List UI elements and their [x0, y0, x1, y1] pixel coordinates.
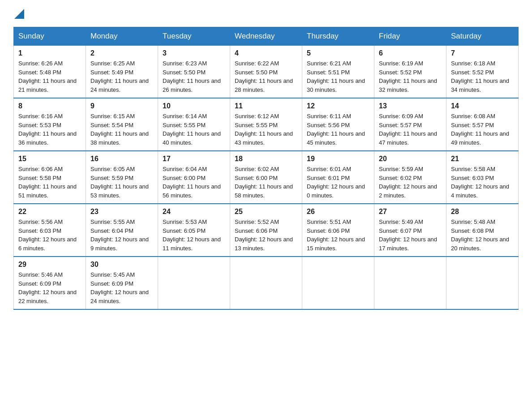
week-row-2: 8 Sunrise: 6:16 AMSunset: 5:53 PMDayligh…: [14, 98, 519, 151]
week-row-3: 15 Sunrise: 6:06 AMSunset: 5:58 PMDaylig…: [14, 151, 519, 204]
col-header-thursday: Thursday: [302, 27, 374, 46]
day-number: 1: [18, 49, 81, 57]
calendar-cell: 11 Sunrise: 6:12 AMSunset: 5:55 PMDaylig…: [230, 98, 302, 151]
calendar-cell: [302, 257, 374, 309]
day-number: 15: [18, 155, 81, 163]
day-info: Sunrise: 5:58 AMSunset: 6:03 PMDaylight:…: [451, 166, 509, 199]
day-number: 29: [18, 261, 81, 269]
day-info: Sunrise: 5:49 AMSunset: 6:07 PMDaylight:…: [379, 218, 437, 252]
calendar-body: 1 Sunrise: 6:26 AMSunset: 5:48 PMDayligh…: [14, 46, 519, 310]
calendar-cell: 29 Sunrise: 5:46 AMSunset: 6:09 PMDaylig…: [14, 257, 86, 309]
calendar-cell: 30 Sunrise: 5:45 AMSunset: 6:09 PMDaylig…: [86, 257, 158, 309]
calendar-cell: 19 Sunrise: 6:01 AMSunset: 6:01 PMDaylig…: [302, 151, 374, 204]
day-info: Sunrise: 6:04 AMSunset: 6:00 PMDaylight:…: [163, 166, 221, 199]
day-info: Sunrise: 6:12 AMSunset: 5:55 PMDaylight:…: [235, 113, 293, 146]
calendar-cell: 26 Sunrise: 5:51 AMSunset: 6:06 PMDaylig…: [302, 204, 374, 257]
day-number: 9: [90, 102, 153, 110]
day-number: 30: [90, 261, 153, 269]
day-number: 7: [451, 49, 514, 57]
day-info: Sunrise: 5:56 AMSunset: 6:03 PMDaylight:…: [18, 218, 77, 252]
day-number: 18: [235, 155, 297, 163]
day-number: 17: [163, 155, 225, 163]
calendar-cell: 9 Sunrise: 6:15 AMSunset: 5:54 PMDayligh…: [86, 98, 158, 151]
calendar-cell: 5 Sunrise: 6:21 AMSunset: 5:51 PMDayligh…: [302, 46, 374, 98]
col-header-wednesday: Wednesday: [230, 27, 302, 46]
calendar-cell: 13 Sunrise: 6:09 AMSunset: 5:57 PMDaylig…: [374, 98, 446, 151]
calendar-cell: 2 Sunrise: 6:25 AMSunset: 5:49 PMDayligh…: [86, 46, 158, 98]
col-header-friday: Friday: [374, 27, 446, 46]
calendar-header: SundayMondayTuesdayWednesdayThursdayFrid…: [14, 27, 519, 46]
calendar-cell: [230, 257, 302, 309]
logo: [13, 9, 24, 19]
calendar-cell: 15 Sunrise: 6:06 AMSunset: 5:58 PMDaylig…: [14, 151, 86, 204]
day-number: 26: [307, 208, 369, 216]
day-info: Sunrise: 5:53 AMSunset: 6:05 PMDaylight:…: [163, 218, 221, 252]
day-number: 10: [163, 102, 225, 110]
day-number: 23: [90, 208, 153, 216]
day-number: 3: [163, 49, 225, 57]
day-info: Sunrise: 6:16 AMSunset: 5:53 PMDaylight:…: [18, 113, 77, 146]
col-header-tuesday: Tuesday: [158, 27, 230, 46]
day-info: Sunrise: 6:18 AMSunset: 5:52 PMDaylight:…: [451, 60, 509, 93]
calendar-cell: 6 Sunrise: 6:19 AMSunset: 5:52 PMDayligh…: [374, 46, 446, 98]
day-info: Sunrise: 5:45 AMSunset: 6:09 PMDaylight:…: [90, 271, 149, 304]
day-number: 25: [235, 208, 297, 216]
calendar-cell: 17 Sunrise: 6:04 AMSunset: 6:00 PMDaylig…: [158, 151, 230, 204]
calendar-cell: 21 Sunrise: 5:58 AMSunset: 6:03 PMDaylig…: [446, 151, 519, 204]
day-number: 2: [90, 49, 153, 57]
day-number: 5: [307, 49, 369, 57]
day-info: Sunrise: 6:19 AMSunset: 5:52 PMDaylight:…: [379, 60, 437, 93]
day-info: Sunrise: 6:08 AMSunset: 5:57 PMDaylight:…: [451, 113, 509, 146]
calendar-cell: 7 Sunrise: 6:18 AMSunset: 5:52 PMDayligh…: [446, 46, 519, 98]
day-info: Sunrise: 6:11 AMSunset: 5:56 PMDaylight:…: [307, 113, 365, 146]
calendar-cell: 1 Sunrise: 6:26 AMSunset: 5:48 PMDayligh…: [14, 46, 86, 98]
week-row-4: 22 Sunrise: 5:56 AMSunset: 6:03 PMDaylig…: [14, 204, 519, 257]
calendar-cell: 3 Sunrise: 6:23 AMSunset: 5:50 PMDayligh…: [158, 46, 230, 98]
calendar-cell: 8 Sunrise: 6:16 AMSunset: 5:53 PMDayligh…: [14, 98, 86, 151]
calendar-cell: 12 Sunrise: 6:11 AMSunset: 5:56 PMDaylig…: [302, 98, 374, 151]
calendar-cell: 4 Sunrise: 6:22 AMSunset: 5:50 PMDayligh…: [230, 46, 302, 98]
day-number: 24: [163, 208, 225, 216]
col-header-monday: Monday: [86, 27, 158, 46]
calendar-cell: 28 Sunrise: 5:48 AMSunset: 6:08 PMDaylig…: [446, 204, 519, 257]
day-info: Sunrise: 5:59 AMSunset: 6:02 PMDaylight:…: [379, 166, 437, 199]
calendar-cell: 16 Sunrise: 6:05 AMSunset: 5:59 PMDaylig…: [86, 151, 158, 204]
day-info: Sunrise: 6:06 AMSunset: 5:58 PMDaylight:…: [18, 166, 77, 199]
day-number: 6: [379, 49, 442, 57]
calendar-cell: 25 Sunrise: 5:52 AMSunset: 6:06 PMDaylig…: [230, 204, 302, 257]
col-header-sunday: Sunday: [14, 27, 86, 46]
calendar-cell: 23 Sunrise: 5:55 AMSunset: 6:04 PMDaylig…: [86, 204, 158, 257]
calendar-cell: 24 Sunrise: 5:53 AMSunset: 6:05 PMDaylig…: [158, 204, 230, 257]
day-info: Sunrise: 6:21 AMSunset: 5:51 PMDaylight:…: [307, 60, 365, 93]
day-number: 4: [235, 49, 297, 57]
day-info: Sunrise: 5:48 AMSunset: 6:08 PMDaylight:…: [451, 218, 509, 252]
day-number: 21: [451, 155, 514, 163]
svg-marker-0: [14, 9, 24, 19]
day-number: 8: [18, 102, 81, 110]
day-info: Sunrise: 5:51 AMSunset: 6:06 PMDaylight:…: [307, 218, 365, 252]
page-header: [13, 9, 519, 19]
calendar-cell: 18 Sunrise: 6:02 AMSunset: 6:00 PMDaylig…: [230, 151, 302, 204]
day-info: Sunrise: 6:25 AMSunset: 5:49 PMDaylight:…: [90, 60, 149, 93]
day-info: Sunrise: 6:23 AMSunset: 5:50 PMDaylight:…: [163, 60, 221, 93]
day-number: 22: [18, 208, 81, 216]
calendar-table: SundayMondayTuesdayWednesdayThursdayFrid…: [13, 27, 519, 310]
logo-triangle-icon: [14, 9, 24, 19]
day-info: Sunrise: 6:01 AMSunset: 6:01 PMDaylight:…: [307, 166, 365, 199]
week-row-5: 29 Sunrise: 5:46 AMSunset: 6:09 PMDaylig…: [14, 257, 519, 309]
day-info: Sunrise: 5:46 AMSunset: 6:09 PMDaylight:…: [18, 271, 77, 304]
day-info: Sunrise: 6:26 AMSunset: 5:48 PMDaylight:…: [18, 60, 77, 93]
calendar-cell: 20 Sunrise: 5:59 AMSunset: 6:02 PMDaylig…: [374, 151, 446, 204]
week-row-1: 1 Sunrise: 6:26 AMSunset: 5:48 PMDayligh…: [14, 46, 519, 98]
calendar-cell: 22 Sunrise: 5:56 AMSunset: 6:03 PMDaylig…: [14, 204, 86, 257]
calendar-cell: [446, 257, 519, 309]
day-number: 14: [451, 102, 514, 110]
day-info: Sunrise: 6:22 AMSunset: 5:50 PMDaylight:…: [235, 60, 293, 93]
day-number: 13: [379, 102, 442, 110]
calendar-cell: 27 Sunrise: 5:49 AMSunset: 6:07 PMDaylig…: [374, 204, 446, 257]
day-number: 11: [235, 102, 297, 110]
day-number: 28: [451, 208, 514, 216]
day-info: Sunrise: 6:02 AMSunset: 6:00 PMDaylight:…: [235, 166, 293, 199]
calendar-cell: 10 Sunrise: 6:14 AMSunset: 5:55 PMDaylig…: [158, 98, 230, 151]
calendar-cell: 14 Sunrise: 6:08 AMSunset: 5:57 PMDaylig…: [446, 98, 519, 151]
